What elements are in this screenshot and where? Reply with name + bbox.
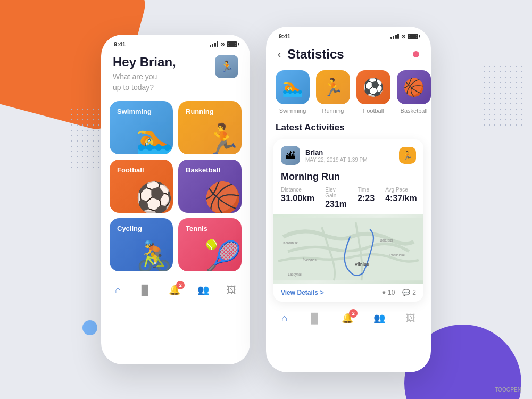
status-time-home: 9:41 — [114, 41, 126, 47]
stat-elev-value: 231m — [325, 200, 347, 209]
activity-type-icon: 🏃 — [399, 147, 416, 164]
greeting-text: Hey Brian, — [113, 55, 176, 70]
likes-reaction[interactable]: ♥ 10 — [382, 289, 395, 296]
comments-reaction[interactable]: 💬 2 — [402, 289, 416, 296]
chip-running[interactable]: 🏃 Running — [316, 70, 350, 114]
chip-basketball[interactable]: 🏀 Basketball — [397, 70, 431, 114]
back-button[interactable]: ‹ — [278, 49, 281, 60]
status-bar-home: 9:41 ⊙ — [101, 35, 250, 51]
sport-label-running: Running — [186, 107, 214, 115]
sport-chips: 🏊 Swimming 🏃 Running ⚽ Football 🏀 Basket… — [266, 70, 431, 122]
stats-nav-gallery[interactable]: 🖼 — [406, 313, 415, 324]
stats-nav-chart[interactable]: ▐▌ — [307, 313, 321, 324]
stats-home-icon: ⌂ — [281, 313, 287, 324]
stats-nav-people[interactable]: 👥 — [373, 312, 385, 324]
status-icons-stats: ⊙ — [390, 34, 419, 39]
nav-item-home[interactable]: ⌂ — [115, 285, 121, 296]
stats-bottom-nav: ⌂ ▐▌ 🔔 2 👥 🖼 — [266, 306, 431, 329]
sport-label-basketball: Basketball — [186, 166, 220, 174]
nav-item-gallery[interactable]: 🖼 — [227, 285, 236, 296]
stat-elev: Elev Gain 231m — [325, 187, 347, 209]
stat-time-value: 2:23 — [358, 194, 375, 203]
stats-nav-icon: ▐▌ — [138, 285, 152, 296]
watermark: TOOOPEN — [495, 387, 521, 393]
likes-count: 10 — [388, 289, 395, 296]
home-header: Hey Brian, What are you up to today? — [101, 51, 250, 101]
chip-icon-swimming: 🏊 — [276, 70, 310, 104]
sport-card-swimming[interactable]: Swimming 🏊 — [110, 101, 173, 154]
sport-card-running[interactable]: Running 🏃 — [178, 101, 242, 154]
home-nav-icon: ⌂ — [115, 285, 121, 296]
svg-text:Karolinišk...: Karolinišk... — [283, 241, 301, 245]
svg-text:Pašilaičiai: Pašilaičiai — [389, 253, 404, 257]
avatar-image — [215, 55, 238, 78]
stat-distance-label: Distance — [281, 187, 314, 193]
status-icons-home: ⊙ — [210, 41, 238, 47]
chip-icon-basketball: 🏀 — [397, 70, 431, 104]
chip-icon-football: ⚽ — [356, 70, 390, 104]
nav-item-people[interactable]: 👥 — [197, 284, 209, 296]
stats-header: ‹ Statistics — [266, 43, 431, 70]
sport-card-basketball[interactable]: Basketball 🏀 — [178, 160, 242, 213]
map-route-svg: Vilnius Karolinišk... Žvėrynas Lazdynai … — [273, 214, 423, 284]
nav-item-notifications[interactable]: 🔔 2 — [169, 284, 180, 296]
chip-label-running: Running — [322, 107, 344, 114]
wifi-icon-stats: ⊙ — [401, 34, 405, 39]
stats-title: Statistics — [287, 47, 344, 62]
activity-user-avatar: 🏙 — [281, 146, 300, 165]
stat-pace-value: 4:37/km — [385, 194, 417, 203]
footer-reactions: ♥ 10 💬 2 — [382, 289, 416, 296]
user-avatar[interactable] — [215, 55, 238, 78]
stat-elev-label: Elev Gain — [325, 187, 347, 198]
home-bottom-nav: ⌂ ▐▌ 🔔 2 👥 🖼 — [101, 277, 250, 301]
chip-label-football: Football — [363, 107, 384, 114]
stats-accent-dot — [413, 51, 419, 57]
activity-type-emoji: 🏃 — [402, 151, 413, 161]
battery-icon-stats — [408, 34, 418, 39]
stat-pace: Avg Pace 4:37/km — [385, 187, 417, 209]
status-bar-stats: 9:41 ⊙ — [266, 27, 431, 43]
battery-icon-home — [227, 41, 237, 47]
stats-gallery-icon: 🖼 — [406, 313, 415, 324]
phone-stats: 9:41 ⊙ ‹ Statistics � — [266, 27, 431, 372]
stat-distance: Distance 31.00km — [281, 187, 314, 209]
sport-emoji-cycling: 🚴 — [136, 242, 173, 271]
gallery-nav-icon: 🖼 — [227, 285, 236, 296]
chip-icon-running: 🏃 — [316, 70, 350, 104]
sport-card-cycling[interactable]: Cycling 🚴 — [110, 218, 173, 271]
nav-item-stats[interactable]: ▐▌ — [138, 285, 152, 296]
svg-text:Žvėrynas: Žvėrynas — [303, 257, 317, 262]
activity-stats: Distance 31.00km Elev Gain 231m Time 2:2… — [273, 187, 423, 214]
phone-home: 9:41 ⊙ Hey Brian, What are you — [101, 35, 250, 364]
svg-text:Vilnius: Vilnius — [355, 262, 369, 267]
chip-label-swimming: Swimming — [279, 107, 306, 114]
comment-icon: 💬 — [402, 289, 410, 296]
sport-label-tennis: Tennis — [186, 225, 207, 232]
activity-user-info: Brian MAY 22, 2019 AT 1:39 PM — [305, 148, 394, 163]
chip-football[interactable]: ⚽ Football — [356, 70, 390, 114]
activity-card: 🏙 Brian MAY 22, 2019 AT 1:39 PM 🏃 Mornin… — [273, 139, 423, 302]
activity-user-name: Brian — [305, 148, 394, 156]
stats-nav-notifications[interactable]: 🔔 2 — [342, 312, 353, 324]
sport-label-football: Football — [117, 166, 144, 174]
activity-footer: View Details > ♥ 10 💬 2 — [273, 284, 423, 302]
stats-nav-home[interactable]: ⌂ — [281, 313, 287, 324]
sport-card-tennis[interactable]: Tennis 🎾 — [178, 218, 242, 271]
activity-map: Vilnius Karolinišk... Žvėrynas Lazdynai … — [273, 214, 423, 284]
sport-emoji-tennis: 🎾 — [204, 242, 242, 271]
sport-emoji-running: 🏃 — [204, 124, 242, 154]
heart-icon: ♥ — [382, 289, 386, 296]
stat-pace-label: Avg Pace — [385, 187, 417, 193]
latest-activities-title: Latest Activities — [266, 122, 431, 139]
stats-people-icon: 👥 — [373, 312, 385, 324]
view-details-arrow: > — [320, 289, 324, 296]
subtitle-text: What are you up to today? — [113, 72, 176, 93]
phones-wrapper: 9:41 ⊙ Hey Brian, What are you — [0, 0, 532, 399]
stat-time-label: Time — [358, 187, 375, 193]
sport-card-football[interactable]: Football ⚽ — [110, 160, 173, 213]
signal-icon-home — [210, 41, 219, 47]
activity-date: MAY 22, 2019 AT 1:39 PM — [305, 157, 394, 163]
svg-text:Baltupiai: Baltupiai — [380, 238, 393, 243]
view-details-link[interactable]: View Details > — [281, 289, 324, 296]
chip-swimming[interactable]: 🏊 Swimming — [276, 70, 310, 114]
